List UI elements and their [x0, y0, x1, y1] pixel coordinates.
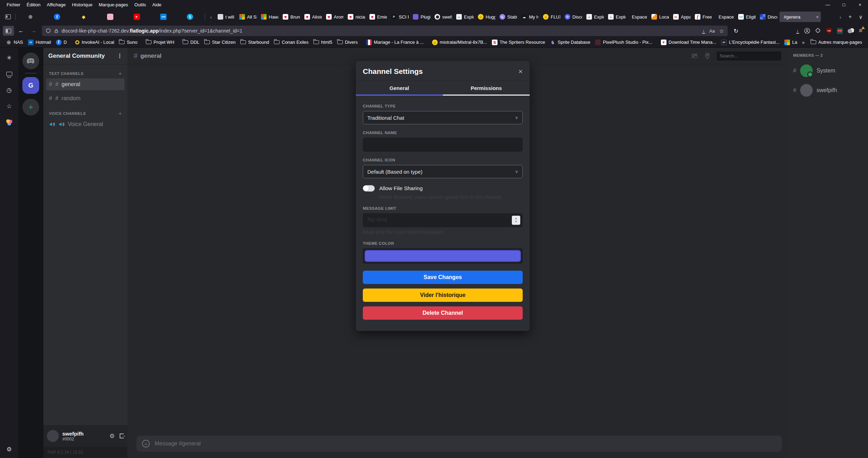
bookmark-item[interactable]: La connexion Wifi et E...	[782, 39, 798, 46]
pin-icon[interactable]	[705, 53, 710, 60]
server-icon-general-community[interactable]: G	[22, 77, 39, 94]
sidebar-settings-gear-icon[interactable]: ⚙	[5, 445, 13, 453]
minimize-button[interactable]: —	[820, 0, 836, 9]
bookmark-item[interactable]: html5	[311, 39, 335, 46]
bookmark-item[interactable]: Sprite Database	[548, 39, 593, 46]
browser-tab[interactable]: Huggi ×	[476, 12, 497, 22]
pinned-tab[interactable]	[150, 12, 177, 22]
list-all-tabs-button[interactable]: ∨	[855, 12, 866, 22]
channel-name-input[interactable]	[363, 138, 523, 152]
browser-tab[interactable]: Emie0 ×	[367, 12, 389, 22]
ai-chat-icon[interactable]: ✳	[5, 54, 13, 62]
bookmark-item[interactable]: Hotmail	[26, 39, 54, 46]
pinned-tab[interactable]	[70, 12, 97, 22]
browser-tab[interactable]: My Ha ×	[519, 12, 541, 22]
screen-share-icon[interactable]	[5, 70, 13, 78]
menu-item[interactable]: Historique	[69, 1, 96, 8]
channel-icon-select[interactable]: Default (Based on type) ∨	[363, 165, 523, 178]
pinned-tab[interactable]	[177, 12, 203, 22]
extensions-puzzle-icon[interactable]	[815, 28, 821, 34]
menu-item[interactable]: Fichier	[3, 1, 23, 8]
downloads-icon[interactable]: ↓	[796, 28, 799, 34]
bookmark-item[interactable]: Mariage - La France à ...	[364, 39, 426, 46]
browser-tab[interactable]: Discor ×	[758, 12, 779, 22]
browser-tab[interactable]: Free : ×	[693, 12, 714, 22]
pinned-tab[interactable]	[97, 12, 124, 22]
channel-item[interactable]: # # general	[46, 78, 125, 90]
add-voice-channel-icon[interactable]: +	[119, 111, 122, 116]
save-changes-button[interactable]: Save Changes	[363, 271, 523, 284]
members-toggle-icon[interactable]	[691, 53, 698, 59]
lock-icon[interactable]	[54, 28, 59, 34]
bookmark-item[interactable]: D	[54, 39, 69, 46]
bookmark-item[interactable]: Projet WH	[143, 39, 177, 46]
number-spinner[interactable]: ∧ ∨	[512, 216, 520, 225]
close-button[interactable]: ×	[852, 0, 868, 9]
browser-tab[interactable]: swefpi ×	[432, 12, 454, 22]
ublock-extension-icon[interactable]: UO	[826, 28, 832, 34]
pinned-tab[interactable]	[124, 12, 150, 22]
pinned-tab[interactable]	[17, 12, 44, 22]
theme-color-input[interactable]	[363, 248, 523, 264]
tab-scroll-right[interactable]: ›	[836, 14, 845, 20]
other-bookmarks-folder[interactable]: Autres marque-pages	[808, 39, 865, 46]
bookmark-item[interactable]: NAS	[3, 39, 26, 46]
bookmark-item[interactable]: L'Encyclopédie Fantast...	[719, 39, 782, 46]
message-limit-input[interactable]: No limit ∧ ∨	[363, 213, 523, 227]
user-settings-gear-icon[interactable]: ⚙	[110, 432, 115, 440]
channel-item[interactable]: # # random	[46, 92, 125, 104]
bookmark-item[interactable]: Star Citizen	[202, 39, 238, 46]
browser-tab[interactable]: Explor ×	[606, 12, 628, 22]
firefox-view-button[interactable]	[2, 12, 14, 22]
menu-item[interactable]: Outils	[131, 1, 149, 8]
modal-tab[interactable]: General	[356, 81, 443, 96]
bookmark-item[interactable]: PixelPlush Studio - Pix...	[593, 39, 655, 46]
browser-tab[interactable]: Espace ab ×	[714, 12, 736, 22]
bookmark-item[interactable]: mistralai/Mixtral-8x7B...	[430, 39, 489, 46]
browser-tab[interactable]: t will ×	[216, 12, 237, 22]
reload-button[interactable]: ↻	[731, 26, 742, 36]
profile-icon[interactable]	[5, 118, 13, 126]
tab-scroll-left[interactable]: ‹	[206, 14, 216, 20]
browser-tab[interactable]: Locati ×	[649, 12, 671, 22]
member-row[interactable]: # System	[788, 64, 868, 77]
user-avatar[interactable]	[47, 430, 59, 442]
browser-tab[interactable]: #genera ×	[779, 12, 821, 22]
forward-button[interactable]: →	[28, 26, 39, 36]
bookmark-item[interactable]: Download Time Mana...	[658, 39, 719, 46]
bookmark-item[interactable]: Divers	[335, 39, 360, 46]
browser-tab[interactable]: Aromy ×	[324, 12, 346, 22]
browser-tab[interactable]: Plugin ×	[411, 12, 432, 22]
bookmark-item[interactable]: Suno	[117, 39, 140, 46]
menu-item[interactable]: Édition	[23, 1, 44, 8]
back-button[interactable]: ←	[15, 26, 27, 36]
server-menu-icon[interactable]: ⋮	[117, 53, 122, 59]
message-input-bar[interactable]: + Message #general	[136, 436, 782, 452]
browser-tab[interactable]: Explor ×	[584, 12, 606, 22]
browser-tab[interactable]: niciar ×	[346, 12, 367, 22]
menu-item[interactable]: Aide	[149, 1, 164, 8]
logout-icon[interactable]	[120, 433, 124, 438]
new-tab-button[interactable]: +	[845, 12, 855, 22]
browser-tab[interactable]: All Siz ×	[237, 12, 259, 22]
browser-tab[interactable]: Bruni2 ×	[281, 12, 302, 22]
browser-tab[interactable]: Hawai ×	[259, 12, 281, 22]
account-icon[interactable]	[804, 28, 810, 34]
browser-tab[interactable]: Appar ×	[671, 12, 693, 22]
menu-item[interactable]: Affichage	[44, 1, 69, 8]
bookmark-item[interactable]: The Spriters Resource	[489, 39, 548, 46]
voice-channels-category[interactable]: VOICE CHANNELS +	[46, 111, 125, 116]
browser-tab[interactable]: FLUX.2 ×	[541, 12, 563, 22]
browser-tab[interactable]: Eligibi ×	[736, 12, 758, 22]
menu-item[interactable]: Marque-pages	[96, 1, 131, 8]
modal-tab[interactable]: Permissions	[443, 81, 530, 96]
bookmark-item[interactable]: DDL	[180, 39, 202, 46]
browser-tab[interactable]: SCI RE ×	[389, 12, 411, 22]
sidebar-toggle-button[interactable]	[3, 26, 14, 36]
extension-icon[interactable]	[837, 28, 843, 34]
member-row[interactable]: # swefpifh	[788, 84, 868, 97]
add-text-channel-icon[interactable]: +	[119, 71, 122, 76]
maximize-button[interactable]: □	[836, 0, 852, 9]
server-header[interactable]: General Community ⋮	[43, 48, 127, 64]
app-menu-icon[interactable]: ≡	[859, 27, 862, 34]
